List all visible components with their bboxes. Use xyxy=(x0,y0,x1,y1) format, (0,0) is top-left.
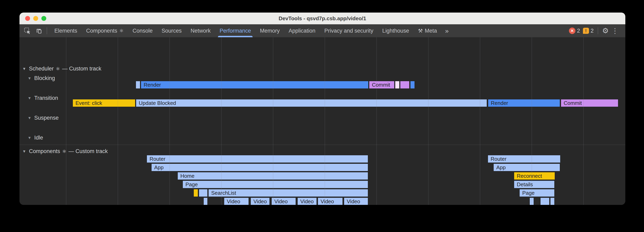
flame-bar-video[interactable]: Video xyxy=(318,197,343,205)
lane-label-text: Blocking xyxy=(34,75,55,81)
devtools-window: DevTools - qsvd7p.csb.app/video/1 Elemen… xyxy=(20,12,625,205)
tab-label: Lighthouse xyxy=(382,28,409,34)
flame-bar-app[interactable]: App xyxy=(151,163,368,171)
collapse-triangle-icon[interactable]: ▼ xyxy=(22,67,26,71)
tab-components[interactable]: Components⚛ xyxy=(82,24,128,37)
flame-bar[interactable] xyxy=(550,197,555,205)
flame-bar-update-blocked[interactable]: Update Blocked xyxy=(136,99,487,107)
track-header-components[interactable]: ▼Components⚛— Custom track xyxy=(22,148,108,154)
flame-bar-render[interactable]: Render xyxy=(140,81,369,89)
tab-meta[interactable]: ⚒Meta xyxy=(414,24,441,37)
settings-gear-icon[interactable]: ⚙ xyxy=(602,26,609,35)
close-window-button[interactable] xyxy=(25,16,30,21)
window-title: DevTools - qsvd7p.csb.app/video/1 xyxy=(20,15,625,22)
tab-label: Components xyxy=(86,28,117,34)
tab-label: Elements xyxy=(54,28,77,34)
flame-bar-router[interactable]: Router xyxy=(146,155,368,163)
device-toolbar-icon[interactable] xyxy=(35,27,43,35)
flame-bar[interactable] xyxy=(400,81,410,89)
flame-bar-home[interactable]: Home xyxy=(177,172,368,180)
flame-bar-video[interactable]: Video xyxy=(250,197,270,205)
tab-label: Network xyxy=(190,28,210,34)
error-badge[interactable]: ✕ 2 xyxy=(569,27,580,34)
tab-elements[interactable]: Elements xyxy=(50,24,82,37)
flame-bar-video[interactable]: Video xyxy=(224,197,249,205)
title-bar: DevTools - qsvd7p.csb.app/video/1 xyxy=(20,12,625,24)
flame-bar-render[interactable]: Render xyxy=(488,99,560,107)
flame-bar-details[interactable]: Details xyxy=(514,180,555,189)
tab-label: Application xyxy=(288,28,315,34)
lane-blocking[interactable]: ▼Blocking xyxy=(28,75,55,81)
performance-timeline[interactable]: ▼Scheduler⚛— Custom track▼Blocking▼Trans… xyxy=(20,37,625,205)
flame-bar-page[interactable]: Page xyxy=(519,189,555,197)
tab-sources[interactable]: Sources xyxy=(157,24,186,37)
tab-lighthouse[interactable]: Lighthouse xyxy=(378,24,414,37)
track-name: Components xyxy=(29,148,60,154)
kebab-menu-icon[interactable]: ⋮ xyxy=(612,27,618,35)
react-atom-icon: ⚛ xyxy=(56,66,60,71)
timeline-gridline xyxy=(428,37,428,205)
flame-bar-router[interactable]: Router xyxy=(488,155,560,163)
tab-network[interactable]: Network xyxy=(186,24,215,37)
lane-transition[interactable]: ▼Transition xyxy=(28,95,58,101)
tab-label: Memory xyxy=(260,28,280,34)
more-tabs-button[interactable]: » xyxy=(442,27,452,35)
flame-bar[interactable] xyxy=(540,197,550,205)
lane-label-text: Transition xyxy=(34,95,58,101)
flame-bar[interactable] xyxy=(395,81,400,89)
track-header-scheduler[interactable]: ▼Scheduler⚛— Custom track xyxy=(22,66,101,72)
zoom-window-button[interactable] xyxy=(42,16,46,21)
track-name: Scheduler xyxy=(29,66,54,72)
traffic-lights xyxy=(25,12,46,24)
collapse-triangle-icon[interactable]: ▼ xyxy=(28,116,32,120)
flame-bar-commit[interactable]: Commit xyxy=(560,99,618,107)
issues-badge[interactable]: ! 2 xyxy=(583,28,594,34)
flame-bar[interactable] xyxy=(136,81,140,89)
error-icon: ✕ xyxy=(569,27,576,34)
toolbar-right-cluster: ✕ 2 ! 2 ⚙ ⋮ xyxy=(569,26,618,35)
collapse-triangle-icon[interactable]: ▼ xyxy=(28,96,32,101)
flame-bar[interactable] xyxy=(193,189,198,197)
timeline-gridline xyxy=(170,37,170,205)
tab-performance[interactable]: Performance xyxy=(215,24,256,37)
devtools-toolbar: ElementsComponents⚛ConsoleSourcesNetwork… xyxy=(20,24,625,37)
flame-bar-commit[interactable]: Commit xyxy=(369,81,395,89)
flame-bar-page[interactable]: Page xyxy=(182,180,368,189)
collapse-triangle-icon[interactable]: ▼ xyxy=(22,149,26,154)
flame-bar[interactable] xyxy=(199,189,208,197)
timeline-gridline xyxy=(583,37,584,205)
tab-label: Sources xyxy=(162,28,182,34)
tab-label: Privacy and security xyxy=(324,28,374,34)
tab-console[interactable]: Console xyxy=(128,24,157,37)
flame-bar-video[interactable]: Video xyxy=(344,197,368,205)
flame-bar[interactable] xyxy=(529,197,534,205)
track-suffix: — Custom track xyxy=(62,66,102,72)
tab-label: Console xyxy=(132,28,152,34)
lane-idle[interactable]: ▼Idle xyxy=(28,135,43,141)
collapse-triangle-icon[interactable]: ▼ xyxy=(28,136,32,140)
error-count: 2 xyxy=(577,28,580,34)
timeline-gridline xyxy=(118,37,118,205)
lane-label-text: Idle xyxy=(34,135,43,141)
flame-bar-event-click[interactable]: Event: click xyxy=(72,99,136,107)
inspect-element-icon[interactable] xyxy=(24,27,31,35)
track-separator xyxy=(20,144,625,145)
flame-bar-searchlist[interactable]: SearchList xyxy=(208,189,368,197)
lane-label-text: Suspense xyxy=(34,115,59,121)
flame-bar[interactable] xyxy=(203,197,208,205)
toolbar-divider xyxy=(598,27,598,34)
collapse-triangle-icon[interactable]: ▼ xyxy=(28,76,32,81)
minimize-window-button[interactable] xyxy=(33,16,38,21)
lane-suspense[interactable]: ▼Suspense xyxy=(28,115,59,121)
flame-bar-app[interactable]: App xyxy=(493,163,560,171)
tab-application[interactable]: Application xyxy=(284,24,320,37)
tab-memory[interactable]: Memory xyxy=(256,24,284,37)
tab-privacy-and-security[interactable]: Privacy and security xyxy=(320,24,378,37)
tab-label: Performance xyxy=(220,28,251,34)
flame-bar[interactable] xyxy=(410,81,415,89)
tab-label: Meta xyxy=(425,28,437,34)
flame-bar-video[interactable]: Video xyxy=(297,197,317,205)
flame-bar-video[interactable]: Video xyxy=(271,197,296,205)
flame-bar-reconnect[interactable]: Reconnect xyxy=(514,172,555,180)
timeline-gridline xyxy=(66,37,66,205)
